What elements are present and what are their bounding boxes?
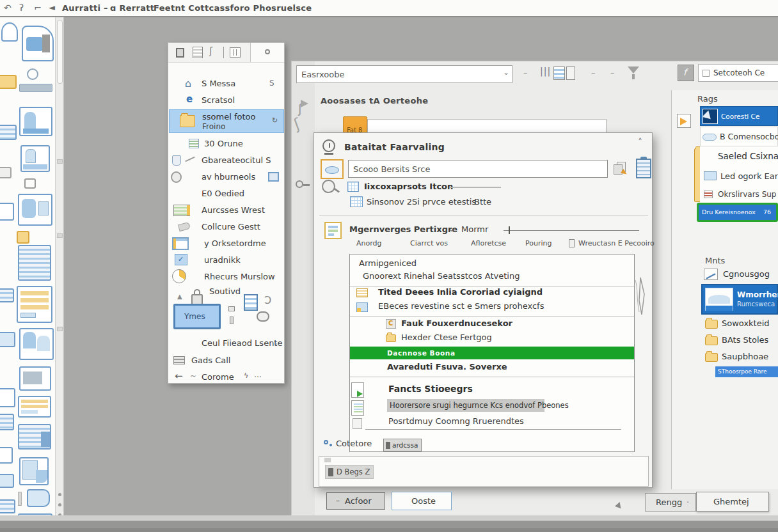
mnts-item-highlight[interactable]: SThoosrpoe Rare [715,366,778,377]
tray-icon[interactable] [19,84,52,92]
menu-item-hburneols[interactable]: av hburneols [168,169,285,186]
cursor-icon[interactable]: ◄ [49,3,55,12]
striped-list-icon-2[interactable] [0,288,14,302]
mnts-item[interactable]: BAts Stoles [701,332,778,349]
menu-item-selected[interactable]: ssomel fotoo Froino ↻ [169,109,284,133]
menu-item-gads[interactable]: Gads Call [168,353,285,368]
slider-tick[interactable] [509,226,510,234]
document-field[interactable] [367,119,607,134]
footer-button[interactable]: ardcssa [383,439,422,451]
ymes-button[interactable]: Ymes [173,304,221,329]
menu-item-oedied[interactable]: E0 Oedied [168,186,285,203]
menu-item-collcure[interactable]: Collcure Gestt [168,219,285,236]
menu-item-3[interactable]: Feetnt Cottcassforo Phosruelsce [154,3,312,13]
menu-item-aurcsses[interactable]: Aurcsses Wrest [168,203,285,219]
key-icon[interactable] [296,180,303,188]
group-header-value[interactable]: Mormr [461,224,488,234]
book-icon[interactable] [0,447,13,464]
door-panel-icon[interactable] [566,66,575,80]
bottom-right-button-2[interactable]: Ghemtej [696,492,769,512]
scrollbar-thumb[interactable] [57,20,63,84]
menu-item-ceul[interactable]: Ceul Fiieaod Lsente · [168,336,285,351]
window-doc-icon[interactable] [19,457,49,485]
tab-anordg[interactable]: Anordg [356,239,382,247]
global-search-box[interactable]: Setcoteoh Ce [698,64,778,82]
list-item[interactable]: Hexder Ctese Fertgog [401,332,492,342]
undo-icon[interactable]: ↶ [4,3,12,13]
tab-ciarrct[interactable]: Ciarrct vos [410,239,448,247]
left-panel-scrollbar[interactable] [56,17,64,518]
bid-form-icon[interactable] [18,396,51,418]
menu-item-scratsol[interactable]: e Scratsol [168,93,285,109]
gauge-icon[interactable] [27,68,38,80]
primary-button[interactable]: Ooste [392,492,452,510]
menu-item-2[interactable]: ɑ Rerratt [110,3,154,13]
menu-item-messa[interactable]: ⌂ S Messa S [168,76,285,93]
mnts-item[interactable]: Cgnousgog [701,267,778,283]
list-item[interactable]: Gnoorext Rinehal Seatsstcos Atveting [363,271,520,281]
panel-lines-icon[interactable] [553,66,565,80]
dialog-search-input[interactable] [348,160,608,178]
mnts-item[interactable]: Saupbhoae [701,349,778,366]
rags-item[interactable]: Led ogork Ear [700,167,778,187]
panel-grid-icon[interactable] [18,245,51,281]
menu-item-1[interactable]: Aurratti – [62,3,108,13]
plug-icon[interactable] [24,178,36,189]
menu-item-orune[interactable]: 30 Orune [168,136,285,153]
machine-icon[interactable] [19,366,51,391]
list-item[interactable]: Fancts Stioeegrs [388,384,473,394]
persons-icon[interactable] [19,328,54,360]
hand-icon[interactable]: ⌐ [34,3,42,13]
grid-icon[interactable] [176,48,184,58]
printer-icon[interactable] [22,26,54,61]
card-icon[interactable] [0,75,17,89]
list-item-green[interactable]: Dacnnose Boona [350,347,634,359]
workstation-icon[interactable] [19,107,52,136]
bottom-right-button-1[interactable]: Rengg · [645,493,696,512]
mnts-item-selected[interactable]: Wmorrherv Rumcsweca [701,284,778,315]
scanner-icon[interactable] [20,145,50,172]
list-item[interactable]: Armipgeniced [359,258,417,268]
tab-pouring[interactable]: Pouring [525,239,552,247]
folder-tab-icon[interactable] [0,332,15,347]
user-badge-icon[interactable] [1,22,18,42]
list-item[interactable]: Tited Deees Inlia Cororiad cyiaignd [378,287,543,297]
list-item[interactable]: Fauk Fouxerdnucesekor [401,318,512,328]
form-icon[interactable] [17,286,52,323]
small-box-icon[interactable] [0,167,12,178]
doc-lines-icon[interactable] [0,388,15,407]
secondary-button[interactable]: – Acfoor [326,492,385,510]
list-item[interactable]: Avareduti Fsuva. Soverxe [387,362,507,372]
rags-item[interactable]: Saeled Csixna [700,146,778,167]
tab-wreuctasn[interactable]: Wreuctasn E Pecooiro [578,239,655,247]
list-icon[interactable] [0,414,14,430]
draw-icon[interactable]: ʃ [209,45,212,57]
open-book-icon[interactable] [27,489,50,507]
menu-item-orksetordme[interactable]: y Orksetordme [168,236,285,253]
list-item[interactable]: Posrtdmuy Coomng Rruerendtes [388,416,524,426]
slider-track[interactable] [504,230,639,231]
question-icon[interactable]: ʔ [19,3,24,13]
mnts-item[interactable]: Sowoxkteid [701,316,778,332]
bookmark-icon[interactable] [0,474,14,488]
letter-tool-icon[interactable]: f [678,65,694,81]
menu-item-rhecurs[interactable]: Rhecurs Murslow [168,269,285,286]
rags-item[interactable]: B Comensocbo [700,127,778,146]
list-item-highlighted[interactable]: Hoorersore srugi hegurnce Kcs enodvof Pb… [387,399,544,412]
rags-item-green[interactable]: Dru Kereisnoenox 76 [697,203,778,222]
tab-afloretcse[interactable]: Afloretcse [471,239,506,247]
search-text[interactable]: Setcoteoh Ce [713,68,765,77]
pages-icon[interactable] [614,162,628,176]
menu-item-uradnikk[interactable]: ✓ uradnikk [168,253,285,269]
refresh-icon[interactable]: ↻ [272,116,278,125]
collapse-chevron-icon[interactable]: ˄ [638,137,642,147]
doc-icon[interactable] [0,203,14,221]
list-item[interactable]: EBeces revestine sct e Smers prohexcfs [378,301,544,311]
menu-item-gbareateocitul[interactable]: Gbareateocitul S [168,153,285,169]
building-icon[interactable] [18,424,51,450]
striped-icon-3[interactable] [0,499,15,513]
header-chevron-icon[interactable]: ⌄ [449,224,455,233]
panel-icon[interactable] [230,47,241,58]
striped-list-icon[interactable] [0,125,17,140]
spine-icon[interactable] [18,492,22,506]
